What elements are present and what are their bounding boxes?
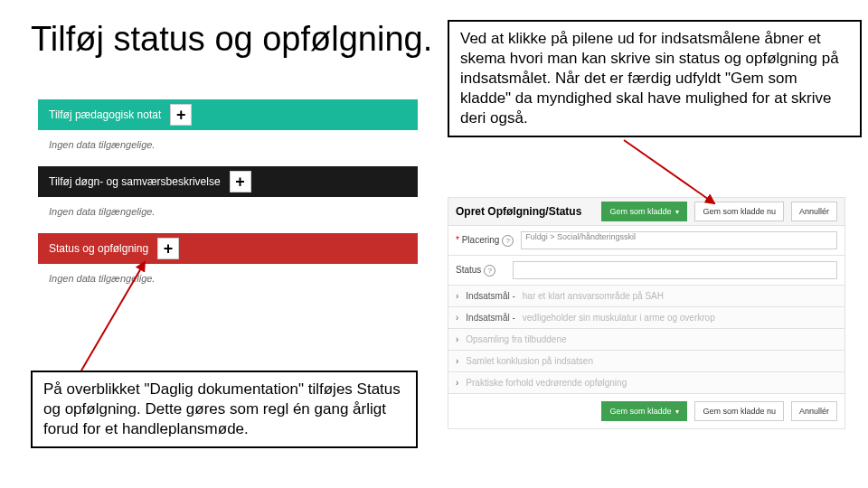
chevron-right-icon: › [456, 378, 458, 388]
chevron-right-icon: › [456, 334, 458, 344]
bar-status-opfolgning[interactable]: Status og opfølgning + [38, 233, 418, 264]
left-screenshot: Tilføj pædagogisk notat + Ingen data til… [38, 99, 418, 300]
accordion-opsamling[interactable]: › Opsamling fra tilbuddene [448, 329, 845, 351]
help-icon[interactable]: ? [484, 265, 495, 277]
field-status: Status ? [448, 256, 845, 286]
accordion-indsatsmaal-1[interactable]: › Indsatsmål - har et klart ansvarsområd… [448, 286, 845, 307]
chevron-right-icon: › [456, 356, 458, 366]
plus-icon[interactable]: + [157, 238, 179, 259]
info-box-bottom: På overblikket "Daglig dokumentation" ti… [31, 371, 418, 448]
chevron-right-icon: › [456, 313, 458, 323]
plus-icon[interactable]: + [170, 104, 192, 126]
bar-label: Tilføj døgn- og samværsbeskrivelse [49, 175, 221, 188]
accordion-indsatsmaal-2[interactable]: › Indsatsmål - vedligeholder sin muskula… [448, 307, 845, 329]
chevron-down-icon: ▾ [675, 408, 679, 416]
placering-input[interactable]: Fuldgi > Social/håndteringsskil [521, 231, 837, 249]
accordion-konklusion[interactable]: › Samlet konklusion på indsatsen [448, 351, 845, 372]
bar-paedagogisk-notat[interactable]: Tilføj pædagogisk notat + [38, 99, 418, 130]
chevron-down-icon: ▾ [675, 208, 679, 216]
bar-label: Tilføj pædagogisk notat [49, 108, 161, 121]
slide-title: Tilføj status og opfølgning. [31, 20, 432, 59]
accordion-praktiske[interactable]: › Praktiske forhold vedrørende opfølgnin… [448, 372, 845, 394]
bar-dogn-samvaer[interactable]: Tilføj døgn- og samværsbeskrivelse + [38, 166, 418, 197]
no-data-text: Ingen data tilgængelige. [38, 130, 418, 166]
save-draft-now-button-footer[interactable]: Gem som kladde nu [694, 401, 784, 421]
save-draft-button-footer[interactable]: Gem som kladde▾ [601, 401, 687, 421]
form-footer: Gem som kladde▾ Gem som kladde nu Annull… [448, 394, 845, 429]
help-icon[interactable]: ? [502, 235, 514, 247]
right-form-screenshot: Opret Opfølgning/Status Gem som kladde▾ … [448, 197, 845, 429]
info-box-top: Ved at klikke på pilene ud for indsatsmå… [448, 20, 862, 137]
status-input[interactable] [513, 261, 837, 279]
save-draft-button[interactable]: Gem som kladde▾ [601, 202, 687, 221]
no-data-text: Ingen data tilgængelige. [38, 197, 418, 233]
field-placering: * Placering ? Fuldgi > Social/håndtering… [448, 226, 845, 256]
save-draft-now-button[interactable]: Gem som kladde nu [694, 202, 784, 221]
form-header: Opret Opfølgning/Status Gem som kladde▾ … [448, 197, 845, 226]
no-data-text: Ingen data tilgængelige. [38, 264, 418, 300]
cancel-button-footer[interactable]: Annullér [791, 401, 837, 421]
cancel-button[interactable]: Annullér [791, 202, 837, 221]
chevron-right-icon: › [456, 291, 458, 301]
plus-icon[interactable]: + [230, 171, 251, 192]
form-title: Opret Opfølgning/Status [456, 205, 594, 218]
bar-label: Status og opfølgning [49, 242, 148, 255]
svg-line-1 [624, 140, 714, 203]
